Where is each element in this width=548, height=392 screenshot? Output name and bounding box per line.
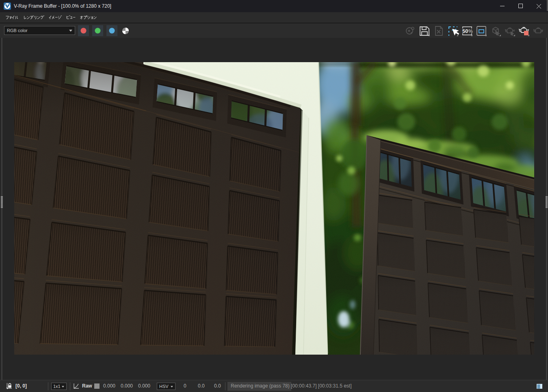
svg-text:%: % bbox=[468, 28, 473, 34]
svg-text:50: 50 bbox=[462, 28, 468, 34]
